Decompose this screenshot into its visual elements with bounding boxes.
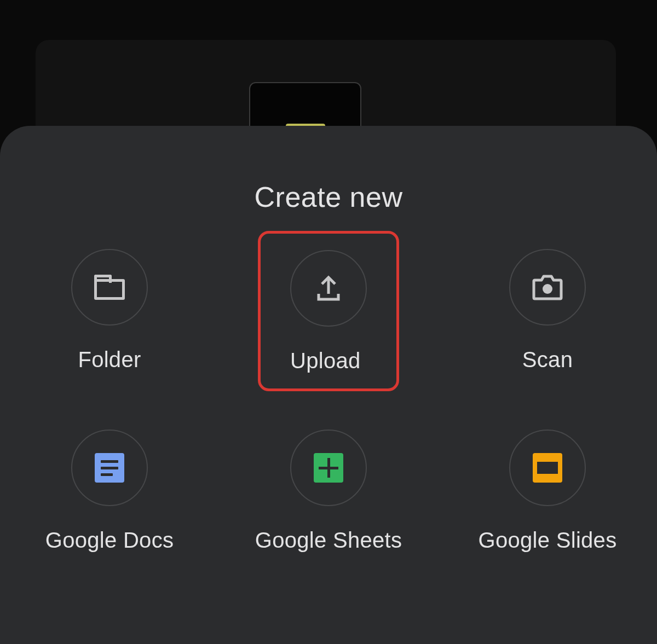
create-options-grid: Folder Upload Sca	[0, 249, 657, 553]
google-docs-button[interactable]: Google Docs	[0, 430, 219, 553]
camera-icon	[532, 274, 563, 301]
folder-icon	[94, 275, 125, 300]
google-sheets-button[interactable]: Google Sheets	[219, 430, 438, 553]
create-new-sheet: Create new Folder Upload	[0, 126, 657, 644]
scan-button[interactable]: Scan	[438, 249, 657, 391]
highlight-annotation: Upload	[258, 231, 399, 391]
option-label: Google Sheets	[255, 528, 402, 553]
option-label: Google Docs	[45, 528, 174, 553]
sheets-icon	[314, 453, 343, 483]
google-slides-button[interactable]: Google Slides	[438, 430, 657, 553]
upload-button[interactable]: Upload	[219, 249, 438, 391]
slides-icon	[533, 453, 562, 483]
create-folder-button[interactable]: Folder	[0, 249, 219, 391]
docs-icon	[95, 453, 124, 483]
option-label: Upload	[290, 349, 367, 373]
option-label: Scan	[522, 347, 573, 372]
sheet-title: Create new	[0, 181, 657, 213]
option-label: Folder	[78, 347, 141, 372]
option-label: Google Slides	[479, 528, 617, 553]
upload-icon	[314, 274, 343, 303]
svg-point-1	[543, 284, 552, 294]
